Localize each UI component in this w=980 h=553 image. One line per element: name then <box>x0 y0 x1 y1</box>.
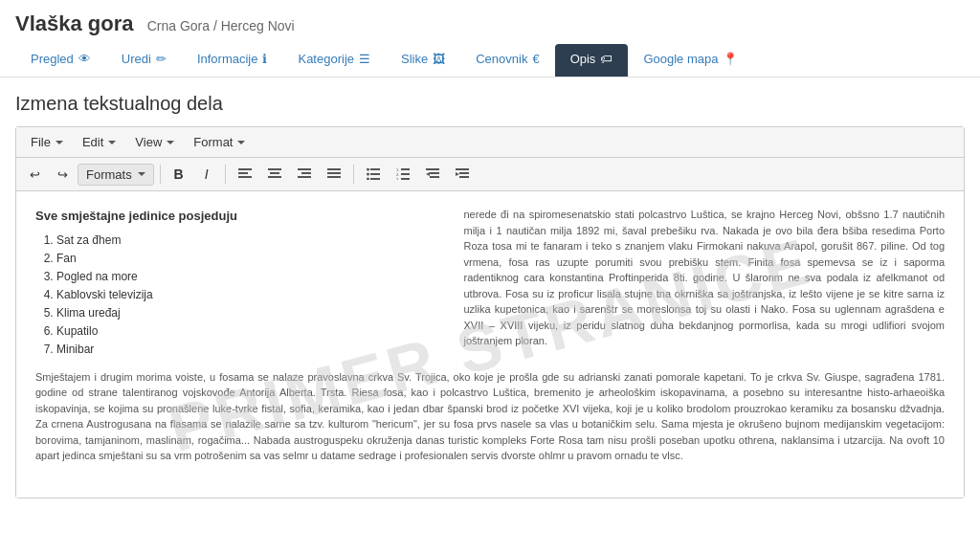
file-label: File <box>31 135 51 149</box>
tab-informacije[interactable]: Informacije ℹ <box>182 44 283 77</box>
svg-rect-21 <box>370 178 380 180</box>
tab-google-mapa[interactable]: Google mapa 📍 <box>628 44 753 77</box>
svg-rect-6 <box>268 176 281 178</box>
svg-rect-1 <box>238 172 248 174</box>
svg-rect-33 <box>456 168 469 170</box>
kategorije-icon: ☰ <box>359 52 370 66</box>
svg-text:3.: 3. <box>396 177 399 180</box>
view-caret-icon <box>167 141 174 144</box>
undo-button[interactable]: ↩ <box>22 162 47 187</box>
tab-cenovnik[interactable]: Cenovnik € <box>460 44 554 77</box>
editor-list: Sat za đhem Fan Pogled na more Kablovski… <box>56 232 445 358</box>
align-right-icon <box>298 168 311 180</box>
tab-pregled[interactable]: Pregled 👁 <box>15 44 106 77</box>
edit-menu[interactable]: Edit <box>74 131 124 153</box>
outdent-button[interactable] <box>419 162 446 187</box>
tab-slike[interactable]: Slike 🖼 <box>386 44 460 77</box>
align-justify-button[interactable] <box>321 162 347 187</box>
italic-button[interactable]: I <box>194 162 219 187</box>
align-left-icon <box>238 168 252 180</box>
svg-point-18 <box>367 173 369 176</box>
svg-rect-23 <box>401 168 410 170</box>
svg-rect-13 <box>327 172 341 174</box>
view-label: View <box>135 135 162 149</box>
file-caret-icon <box>56 141 63 144</box>
bullet-list-button[interactable] <box>360 162 387 187</box>
svg-rect-30 <box>430 176 439 178</box>
toolbar-separator-2 <box>225 165 226 184</box>
svg-rect-27 <box>401 178 410 180</box>
svg-rect-28 <box>426 168 439 170</box>
uredi-icon: ✏ <box>156 52 167 66</box>
format-menu[interactable]: Format <box>185 131 254 153</box>
view-menu[interactable]: View <box>126 131 183 153</box>
tab-uredi[interactable]: Uredi ✏ <box>106 44 182 77</box>
nav-tab-list: Pregled 👁 Uredi ✏ Informacije ℹ Kategori… <box>15 44 965 77</box>
align-justify-icon <box>327 168 341 180</box>
edit-label: Edit <box>82 135 103 149</box>
svg-rect-8 <box>298 168 311 170</box>
list-item: Kablovski televizija <box>56 286 445 303</box>
tab-opis[interactable]: Opis 🏷 <box>555 44 629 77</box>
svg-point-16 <box>367 168 369 171</box>
svg-rect-10 <box>298 176 311 178</box>
svg-rect-25 <box>401 173 410 175</box>
svg-marker-32 <box>426 172 430 176</box>
page-title: Vlaška gora Crna Gora / Herceg Novi <box>15 11 965 36</box>
section-title: Izmena tekstualnog dela <box>15 93 965 115</box>
editor-content: Sve smještajne jedinice posjeduju Sat za… <box>16 191 964 485</box>
editor-format-toolbar: ↩ ↪ Formats B I <box>16 158 964 191</box>
align-left-button[interactable] <box>232 162 258 187</box>
page-header: Vlaška gora Crna Gora / Herceg Novi Preg… <box>0 0 980 77</box>
toolbar-separator-1 <box>160 165 161 184</box>
svg-rect-0 <box>238 168 252 170</box>
title-main: Vlaška gora <box>15 11 134 35</box>
redo-button[interactable]: ↪ <box>50 162 75 187</box>
info-icon: ℹ <box>262 52 267 66</box>
svg-rect-19 <box>370 173 380 175</box>
bold-button[interactable]: B <box>167 162 191 187</box>
editor-body[interactable]: PRIMER STRANICE Sve smještajne jedinice … <box>16 191 964 498</box>
list-item: Pogled na more <box>56 268 445 285</box>
list-item: Klima uređaj <box>56 304 445 321</box>
indent-button[interactable] <box>449 162 476 187</box>
svg-marker-37 <box>456 172 459 176</box>
svg-rect-29 <box>430 172 439 174</box>
editor-menu-toolbar: File Edit View Format <box>16 127 964 158</box>
list-item: Kupatilo <box>56 322 445 340</box>
page-content: Izmena tekstualnog dela File Edit View F… <box>0 77 980 514</box>
editor-paragraph-2: Smještajem i drugim morima voiste, u fos… <box>35 369 945 464</box>
cenovnik-icon: € <box>532 52 539 66</box>
formats-dropdown[interactable]: Formats <box>78 164 154 186</box>
formats-label: Formats <box>86 167 132 182</box>
format-label: Format <box>193 135 233 149</box>
slike-icon: 🖼 <box>433 52 445 66</box>
align-center-icon <box>268 168 281 180</box>
svg-rect-4 <box>268 168 281 170</box>
title-subtitle: Crna Gora / Herceg Novi <box>147 18 295 33</box>
svg-point-20 <box>367 178 369 181</box>
svg-rect-5 <box>270 172 279 174</box>
ordered-list-icon: 1.2.3. <box>396 168 410 180</box>
nav-tabs: Pregled 👁 Uredi ✏ Informacije ℹ Kategori… <box>15 44 965 77</box>
svg-rect-17 <box>370 168 380 170</box>
align-right-button[interactable] <box>291 162 318 187</box>
svg-rect-34 <box>459 172 469 174</box>
indent-icon <box>456 168 469 180</box>
svg-rect-14 <box>327 176 341 178</box>
align-center-button[interactable] <box>261 162 288 187</box>
opis-icon: 🏷 <box>600 52 612 66</box>
tab-kategorije[interactable]: Kategorije ☰ <box>282 44 386 77</box>
bullet-list-icon <box>367 168 380 180</box>
svg-rect-2 <box>238 176 252 178</box>
svg-rect-9 <box>301 172 311 174</box>
ordered-list-button[interactable]: 1.2.3. <box>390 162 416 187</box>
mapa-icon: 📍 <box>723 52 738 66</box>
list-item: Fan <box>56 250 445 267</box>
svg-rect-12 <box>327 168 341 170</box>
toolbar-separator-3 <box>353 165 354 184</box>
pregled-icon: 👁 <box>78 52 91 66</box>
list-item: Minibar <box>56 341 445 358</box>
edit-caret-icon <box>108 141 116 144</box>
file-menu[interactable]: File <box>22 131 72 153</box>
